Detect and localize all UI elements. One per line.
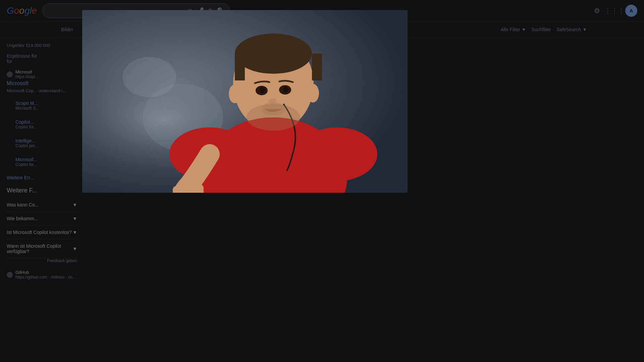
svg-point-20 xyxy=(260,87,265,93)
svg-point-25 xyxy=(229,84,241,103)
svg-rect-14 xyxy=(184,181,192,193)
video-thumbnail xyxy=(82,10,408,193)
svg-point-11 xyxy=(297,127,377,181)
svg-point-21 xyxy=(283,86,288,93)
video-bg-svg xyxy=(82,10,408,193)
svg-point-5 xyxy=(235,34,312,74)
svg-rect-6 xyxy=(235,54,245,80)
svg-rect-13 xyxy=(196,184,204,193)
svg-rect-7 xyxy=(312,54,322,80)
svg-point-26 xyxy=(307,84,319,103)
svg-point-3 xyxy=(122,57,176,97)
svg-point-23 xyxy=(262,102,285,116)
svg-point-24 xyxy=(269,99,277,104)
video-overlay[interactable] xyxy=(82,10,408,193)
